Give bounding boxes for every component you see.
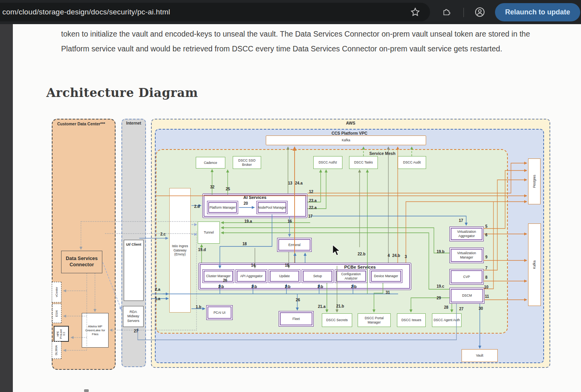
edge-label: 4 <box>388 253 390 258</box>
node-dscc-sso-broker: DSCC SSO Broker <box>233 156 261 169</box>
edge-label: 28 <box>444 305 448 309</box>
node-ezmeral: Ezmeral <box>277 238 312 252</box>
edge-label: 17 <box>308 214 312 218</box>
edge-label: 10 <box>484 285 488 289</box>
url-text[interactable]: com/cloud/storage-design/docs/security/p… <box>2 8 170 16</box>
edge-label: 25 <box>226 187 230 191</box>
vpc-label: CCS Platform VPC <box>156 131 543 135</box>
node-dscm: DSCM <box>449 288 484 304</box>
edge-label: 9 <box>485 255 488 259</box>
edge-label: 15 <box>285 263 289 267</box>
node-tunnel: Tunnel <box>198 221 220 244</box>
toolbar-divider <box>463 8 464 17</box>
browser-toolbar: com/cloud/storage-design/docs/security/p… <box>0 0 581 24</box>
edge-label: 12 <box>309 190 313 194</box>
edge-label: 22.a <box>309 206 316 210</box>
edge-label: 26 <box>296 298 300 302</box>
edge-label: 6 <box>485 233 488 237</box>
node-dscc-secrets: DSCC Secrets <box>322 313 352 327</box>
node-vault: Vault <box>462 349 498 362</box>
node-ui-client: UI/ Client <box>124 240 144 301</box>
edge-label: 3 <box>405 255 407 259</box>
ai-services-label: AI Services <box>203 195 307 200</box>
edge-label: 18 <box>242 242 247 246</box>
page-title: Architecture Diagram <box>46 86 198 100</box>
node-api-aggregator: API Aggregator <box>235 269 267 283</box>
edge-label: 22.b <box>358 252 365 256</box>
edge-label: 32 <box>210 185 214 189</box>
edge-label: 5 <box>485 224 488 229</box>
service-mesh-label: Service Mesh <box>207 151 558 156</box>
edge-label: 14 <box>251 263 255 267</box>
kafka-top-bus: Kafka <box>266 135 426 145</box>
node-cadence: Cadence <box>196 157 225 169</box>
window-left-edge <box>0 24 13 392</box>
aws-label: AWS <box>152 121 549 125</box>
edge-label: 8 <box>485 275 488 279</box>
extensions-icon[interactable] <box>440 5 453 19</box>
bookmark-star-icon[interactable] <box>409 5 422 19</box>
node-vcenter: vCenter <box>52 282 61 302</box>
node-hpe-proliant: HPE ProLiant 8.0 <box>54 326 69 342</box>
node-dscc-tasks: DSCC Tasks <box>349 156 378 169</box>
node-fleet: Fleet <box>279 311 314 327</box>
edge-label: 21.b <box>336 304 344 308</box>
node-configuration-analyzer: Configuration Analyzer <box>335 269 367 283</box>
edge-label: 11 <box>485 294 489 299</box>
edge-label: 19.b <box>437 250 444 254</box>
edge-label: 23.a <box>309 199 316 203</box>
edge-label: 2.b <box>285 285 290 289</box>
edge-label: 26 <box>223 278 227 283</box>
node-virtualization-manager: Virtualization Manager <box>449 248 484 263</box>
node-dscc-audit: DSCC Audit <box>398 156 426 169</box>
node-dscc-agent-auth: DSCC Agent Auth <box>432 313 462 327</box>
node-device-manager: Device Manager <box>370 269 402 283</box>
edge-label: 29 <box>437 296 441 300</box>
edge-label: 7 <box>485 266 488 270</box>
edge-label: 30 <box>479 306 483 311</box>
edge-label: 24.b <box>392 253 400 258</box>
edge-label: 13 <box>288 181 292 185</box>
mouse-cursor <box>332 244 341 256</box>
edge-label: 19.d <box>198 248 206 252</box>
node-pcai-ui: PCAI UI <box>206 305 233 320</box>
node-setup: Setup <box>302 269 334 283</box>
node-platform-manager: Platform Manager <box>207 201 238 214</box>
customer-data-center-label: Customer Data Center*** <box>57 121 105 126</box>
node-cvp: CVP <box>449 269 484 285</box>
edge-label: 24.a <box>295 181 302 185</box>
edge-label: 20 <box>244 201 248 206</box>
edge-label: 31 <box>386 290 390 295</box>
internet-label: Internet <box>122 121 145 125</box>
architecture-diagram: Customer Data Center*** Internet AWS CCS… <box>46 115 556 373</box>
node-virtualization-aggregator: Virtualization Aggregator <box>449 227 484 241</box>
node-dscc-portal-manager: DSCC Portal Manager <box>358 313 391 327</box>
node-dl380a: DL380A <box>52 341 61 359</box>
node-kafka-right: Kafka <box>528 223 541 306</box>
node-rda-midway-servers: RDA Midway Servers <box>123 306 144 327</box>
node-update: Update <box>269 269 300 283</box>
next-heading-stub <box>84 389 89 392</box>
edge-label: 16 <box>288 219 292 223</box>
edge-label: 2.d <box>194 204 200 209</box>
edge-label: 2.c <box>160 232 166 236</box>
node-data-services-connector: Data Services Connector <box>61 251 102 273</box>
edge-label: 19.c <box>437 284 444 288</box>
kafka-top-label: Kafka <box>342 138 350 142</box>
address-bar[interactable]: com/cloud/storage-design/docs/security/p… <box>0 3 430 21</box>
node-dscc-issues: DSCC Issues <box>397 313 426 327</box>
node-istio-ingress-gateway: Istio Ingres Gateway (Envoy) <box>169 188 191 313</box>
edge-label: 2.b <box>351 285 356 289</box>
edge-label: 27 <box>134 329 138 333</box>
screenshot-root: { "browser": { "url": "com/cloud/storage… <box>0 0 581 392</box>
relaunch-to-update-button[interactable]: Relaunch to update <box>495 3 580 21</box>
edge-label: 2.b <box>318 285 323 289</box>
node-alletra-mp-greenlake: Alletra MP GreenLake for Files <box>82 313 109 348</box>
edge-label: 2.b <box>218 285 224 289</box>
node-nodepool-manager: NodePool Manager <box>256 201 288 214</box>
edge-label: 2.b <box>251 285 257 289</box>
profile-icon[interactable] <box>473 5 486 19</box>
edge-label: 17 <box>459 218 463 223</box>
edge-label: 27 <box>459 307 463 311</box>
node-postgres: Postgres <box>528 158 541 204</box>
